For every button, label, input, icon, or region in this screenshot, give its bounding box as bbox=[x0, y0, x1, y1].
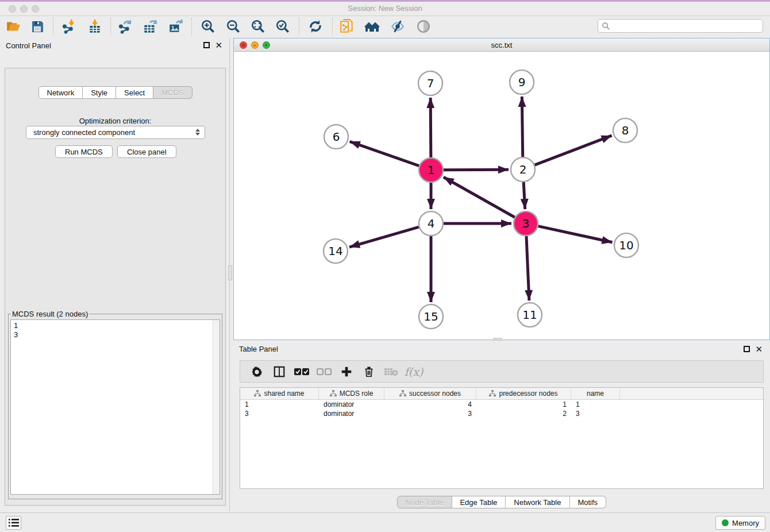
table-row[interactable]: 1dominator411 bbox=[240, 400, 763, 409]
import-network-icon[interactable] bbox=[61, 18, 77, 34]
float-panel-icon[interactable] bbox=[203, 42, 210, 48]
optimization-criterion-select[interactable]: strongly connected component bbox=[26, 126, 205, 139]
mcds-result-text[interactable]: 1 3 bbox=[10, 319, 220, 495]
graph-edge-3-11[interactable] bbox=[526, 236, 529, 300]
show-all-networks-icon[interactable] bbox=[364, 18, 380, 34]
column-header-name[interactable]: name bbox=[571, 388, 620, 399]
graph-node-2[interactable]: 2 bbox=[511, 157, 535, 182]
graph-node-8[interactable]: 8 bbox=[613, 118, 637, 142]
cell-mcds-role[interactable]: dominator bbox=[319, 400, 384, 409]
column-header-successor-nodes[interactable]: successor nodes bbox=[384, 388, 476, 399]
tab-network[interactable]: Network bbox=[38, 86, 83, 99]
export-image-icon[interactable] bbox=[167, 18, 183, 34]
tab-mcds[interactable]: MCDS bbox=[153, 86, 192, 99]
zoom-fit-icon[interactable] bbox=[250, 18, 266, 34]
graph-node-1[interactable]: 1 bbox=[419, 158, 443, 182]
export-network-icon[interactable] bbox=[117, 18, 133, 34]
network-canvas[interactable]: 1234678910111415 bbox=[234, 52, 769, 340]
cell-successor-nodes[interactable]: 4 bbox=[384, 400, 476, 409]
cell-successor-nodes[interactable]: 3 bbox=[384, 409, 476, 418]
svg-text:8: 8 bbox=[622, 124, 629, 137]
clone-network-icon[interactable] bbox=[339, 18, 355, 34]
task-history-button[interactable] bbox=[6, 516, 21, 530]
tab-select[interactable]: Select bbox=[116, 86, 153, 99]
column-header-shared-name[interactable]: shared name bbox=[240, 388, 319, 399]
optimization-criterion-value: strongly connected component bbox=[33, 128, 135, 137]
graph-edge-1-7[interactable] bbox=[430, 98, 431, 157]
horizontal-splitter-handle[interactable] bbox=[493, 338, 502, 341]
cell-name[interactable]: 1 bbox=[571, 400, 620, 409]
float-table-panel-icon[interactable] bbox=[744, 346, 750, 352]
table-toolbar: f(x) bbox=[240, 360, 764, 383]
graph-node-15[interactable]: 15 bbox=[419, 304, 443, 329]
select-stepper-icon bbox=[195, 129, 200, 136]
run-mcds-button[interactable]: Run MCDS bbox=[55, 145, 113, 158]
graph-node-9[interactable]: 9 bbox=[510, 70, 534, 94]
graph-node-10[interactable]: 10 bbox=[614, 233, 638, 257]
tab-style[interactable]: Style bbox=[83, 86, 116, 99]
graph-node-7[interactable]: 7 bbox=[418, 71, 442, 95]
graph-node-6[interactable]: 6 bbox=[324, 125, 348, 149]
hide-selected-icon[interactable] bbox=[390, 18, 406, 34]
deselect-all-columns-icon[interactable] bbox=[317, 364, 332, 379]
result-scrollbar[interactable] bbox=[213, 320, 220, 494]
column-header-mcds-role[interactable]: MCDS role bbox=[319, 388, 384, 399]
svg-text:10: 10 bbox=[619, 238, 633, 252]
graph-node-14[interactable]: 14 bbox=[324, 239, 348, 263]
graph-edge-2-3[interactable] bbox=[523, 182, 525, 209]
delete-table-icon bbox=[384, 364, 399, 379]
svg-text:7: 7 bbox=[427, 76, 434, 90]
tab-motifs[interactable]: Motifs bbox=[569, 496, 606, 508]
show-hidden-icon[interactable] bbox=[415, 18, 432, 34]
close-panel-icon[interactable]: ✕ bbox=[215, 42, 222, 48]
table-settings-icon[interactable] bbox=[249, 364, 264, 379]
apply-layout-icon[interactable] bbox=[307, 18, 324, 34]
list-icon bbox=[9, 518, 19, 527]
cell-mcds-role[interactable]: dominator bbox=[319, 409, 384, 418]
graph-edge-3-10[interactable] bbox=[538, 226, 612, 242]
graph-edge-3-1[interactable] bbox=[444, 177, 515, 217]
vertical-splitter-handle[interactable] bbox=[228, 265, 232, 280]
cell-predecessor-nodes[interactable]: 1 bbox=[476, 400, 571, 409]
export-table-icon[interactable] bbox=[142, 18, 158, 34]
cell-name[interactable]: 3 bbox=[571, 409, 620, 418]
main-toolbar bbox=[0, 17, 770, 37]
open-session-icon[interactable] bbox=[5, 18, 21, 34]
tab-edge-table[interactable]: Edge Table bbox=[452, 496, 506, 508]
tab-node-table[interactable]: Node Table bbox=[397, 496, 452, 508]
column-header-predecessor-nodes[interactable]: predecessor nodes bbox=[476, 388, 571, 399]
cell-predecessor-nodes[interactable]: 2 bbox=[476, 409, 571, 418]
close-panel-button[interactable]: Close panel bbox=[117, 145, 176, 158]
graph-edge-4-14[interactable] bbox=[349, 227, 419, 247]
graph-node-3[interactable]: 3 bbox=[514, 211, 538, 236]
zoom-in-icon[interactable] bbox=[200, 18, 216, 34]
cell-shared-name[interactable]: 1 bbox=[240, 400, 319, 409]
select-all-columns-icon[interactable] bbox=[294, 364, 309, 379]
column-hierarchy-icon bbox=[254, 390, 261, 397]
graph-node-11[interactable]: 11 bbox=[518, 303, 542, 327]
split-panel-icon[interactable] bbox=[272, 364, 287, 379]
delete-column-icon[interactable] bbox=[361, 364, 376, 379]
save-session-icon[interactable] bbox=[29, 18, 45, 34]
search-input[interactable] bbox=[610, 21, 763, 31]
import-table-icon[interactable] bbox=[87, 18, 103, 34]
window-top-strip bbox=[0, 0, 770, 2]
table-row[interactable]: 3dominator323 bbox=[240, 409, 763, 418]
network-window-titlebar[interactable]: ✕ − + scc.txt bbox=[234, 38, 769, 52]
memory-button[interactable]: Memory bbox=[715, 516, 765, 530]
zoom-selected-icon[interactable] bbox=[275, 18, 291, 34]
cell-shared-name[interactable]: 3 bbox=[240, 409, 319, 418]
control-panel: Control Panel ✕ NetworkStyleSelectMCDS O… bbox=[0, 38, 230, 511]
function-builder-icon: f(x) bbox=[406, 364, 421, 379]
graph-edge-1-6[interactable] bbox=[350, 141, 419, 165]
graph-edge-2-9[interactable] bbox=[522, 97, 522, 157]
search-box[interactable] bbox=[598, 19, 763, 33]
graph-edge-1-2[interactable] bbox=[444, 169, 509, 170]
create-column-icon[interactable] bbox=[339, 364, 354, 379]
graph-node-4[interactable]: 4 bbox=[419, 211, 443, 236]
zoom-out-icon[interactable] bbox=[225, 18, 241, 34]
svg-text:6: 6 bbox=[333, 130, 340, 144]
graph-edge-2-8[interactable] bbox=[535, 136, 612, 165]
close-table-panel-icon[interactable]: ✕ bbox=[755, 346, 763, 352]
tab-network-table[interactable]: Network Table bbox=[506, 496, 569, 508]
